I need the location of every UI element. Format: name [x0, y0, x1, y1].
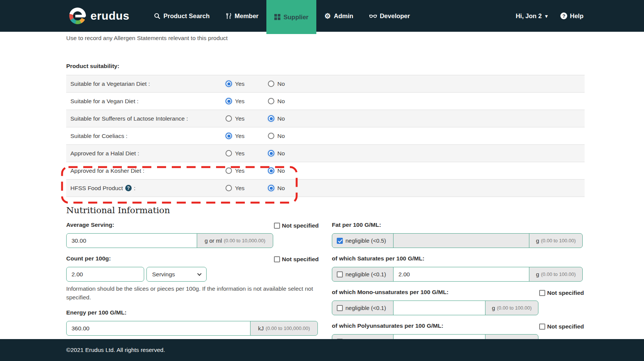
- mono-unsaturates-input[interactable]: [394, 301, 485, 315]
- hfss-help-icon[interactable]: ?: [125, 185, 132, 191]
- radio-no-label: No: [277, 115, 285, 122]
- row-label: Approved for a Halal Diet :: [70, 150, 226, 157]
- not-specified-checkbox[interactable]: [539, 290, 545, 296]
- radio-yes-label: Yes: [235, 115, 244, 122]
- count-per-100g-input[interactable]: [67, 267, 144, 281]
- radio-no-label: No: [277, 185, 285, 192]
- table-row-coeliacs: Suitable for Coeliacs : Yes No: [66, 127, 585, 145]
- nav-item-label: Developer: [380, 12, 410, 20]
- nav-item-developer[interactable]: Developer: [361, 0, 418, 32]
- nav-item-label: Product Search: [163, 12, 210, 20]
- product-suitability-table: Suitable for a Vegetarian Diet : Yes No …: [66, 75, 585, 197]
- radio-yes-label: Yes: [235, 185, 244, 192]
- radio-yes-label: Yes: [235, 167, 244, 174]
- not-specified-checkbox[interactable]: [274, 223, 280, 229]
- radio-yes[interactable]: [226, 98, 232, 104]
- radio-no[interactable]: [268, 185, 274, 191]
- radio-no-label: No: [277, 98, 285, 105]
- search-icon: [154, 13, 160, 19]
- mono-negligible-addon: negligible (<0.1): [332, 301, 394, 315]
- gear-icon: ⚙: [324, 12, 331, 20]
- count-unit-selected-value: Servings: [152, 271, 175, 278]
- row-label: Suitable for Coeliacs :: [70, 133, 226, 139]
- count-per-100g-group: [66, 267, 144, 282]
- table-row-lactose: Suitable for Sufferers of Lactose Intole…: [66, 110, 585, 127]
- table-row-hfss: HFSS Food Product ? : Yes No: [66, 180, 585, 197]
- brand-logo[interactable]: erudus: [69, 0, 129, 32]
- radio-yes-label: Yes: [235, 98, 244, 105]
- nav-item-member[interactable]: Member: [218, 0, 266, 32]
- count-help-text: Information should be the slices or piec…: [66, 284, 320, 302]
- not-specified-checkbox[interactable]: [539, 324, 545, 330]
- utensils-icon: [226, 13, 232, 19]
- saturates-label: of which Saturates per 100 G/ML:: [332, 255, 425, 262]
- energy-unit-addon: kJ (0.00 to 100,000.00): [250, 321, 318, 336]
- saturates-negligible-addon: negligible (<0.1): [332, 267, 394, 282]
- nav-item-product-search[interactable]: Product Search: [146, 0, 218, 32]
- radio-no-label: No: [277, 150, 285, 157]
- poly-unsaturates-label: of which Polyunsaturates per 100 G/ML:: [332, 322, 443, 329]
- radio-no[interactable]: [268, 150, 274, 156]
- erudus-logo-icon: [69, 8, 86, 24]
- poly-not-specified: Not specified: [539, 323, 584, 330]
- radio-yes[interactable]: [226, 133, 232, 139]
- navbar: erudus Product Search Member Supplier: [0, 0, 644, 32]
- nav-item-supplier[interactable]: Supplier: [266, 0, 316, 34]
- help-icon: ?: [560, 12, 567, 19]
- nav-right: Hi, Jon 2 ▾ ? Help: [516, 0, 583, 32]
- fat-negligible-addon: negligible (<0.5): [332, 233, 394, 248]
- radio-yes[interactable]: [226, 167, 232, 174]
- allergen-statement-hint: Use to record any Allergen Statements re…: [66, 35, 227, 42]
- row-label: Suitable for Sufferers of Lactose Intole…: [70, 115, 226, 122]
- chevron-down-icon: ▾: [545, 13, 548, 19]
- negligible-checkbox[interactable]: [337, 271, 343, 277]
- negligible-checkbox[interactable]: [337, 238, 343, 244]
- energy-group: kJ (0.00 to 100,000.00): [66, 321, 318, 336]
- nav-item-label: Admin: [334, 12, 353, 20]
- table-row-kosher: Approved for a Kosher Diet : Yes No: [66, 162, 585, 180]
- glasses-icon: [369, 14, 377, 18]
- energy-input[interactable]: [67, 321, 250, 335]
- radio-no[interactable]: [268, 167, 274, 174]
- radio-no[interactable]: [268, 133, 274, 139]
- nav-item-admin[interactable]: ⚙ Admin: [316, 0, 361, 32]
- radio-no[interactable]: [268, 115, 274, 122]
- mono-not-specified: Not specified: [539, 290, 584, 296]
- table-row-vegan: Suitable for a Vegan Diet : Yes No: [66, 93, 585, 110]
- not-specified-label: Not specified: [547, 290, 584, 296]
- help-label: Help: [570, 12, 583, 20]
- radio-yes[interactable]: [226, 115, 232, 122]
- saturates-group: negligible (<0.1) g (0.00 to 100.00): [332, 267, 583, 282]
- row-label: Suitable for a Vegetarian Diet :: [70, 81, 226, 87]
- copyright-text: ©2021 Erudus Ltd. All rights reserved.: [66, 347, 165, 353]
- radio-yes-label: Yes: [235, 150, 244, 157]
- saturates-unit-addon: g (0.00 to 100.00): [529, 267, 583, 282]
- row-label: HFSS Food Product ? :: [70, 185, 226, 192]
- chevron-down-icon: [197, 271, 201, 276]
- fat-unit-addon: g (0.00 to 100.00): [529, 233, 583, 248]
- not-specified-checkbox[interactable]: [274, 256, 280, 262]
- user-menu-label: Hi, Jon 2: [516, 12, 542, 20]
- radio-no-label: No: [277, 81, 285, 87]
- radio-yes[interactable]: [226, 81, 232, 87]
- radio-yes[interactable]: [226, 185, 232, 191]
- mono-unsaturates-group: negligible (<0.1) g (0.00 to 100.00): [332, 301, 538, 315]
- nav-item-label: Member: [235, 12, 258, 20]
- saturates-input[interactable]: [394, 267, 529, 281]
- count-unit-select[interactable]: Servings: [146, 267, 207, 282]
- fat-label: Fat per 100 G/ML:: [332, 222, 381, 228]
- radio-no[interactable]: [268, 81, 274, 87]
- user-menu[interactable]: Hi, Jon 2 ▾: [516, 12, 548, 20]
- radio-yes[interactable]: [226, 150, 232, 156]
- help-link[interactable]: ? Help: [560, 12, 583, 20]
- fat-input[interactable]: [394, 234, 529, 248]
- page: erudus Product Search Member Supplier: [0, 0, 644, 361]
- not-specified-label: Not specified: [282, 222, 319, 229]
- average-serving-input[interactable]: [67, 234, 197, 248]
- radio-no-label: No: [277, 167, 285, 174]
- table-row-halal: Approved for a Halal Diet : Yes No: [66, 145, 585, 162]
- radio-no[interactable]: [268, 98, 274, 104]
- radio-yes-label: Yes: [235, 81, 244, 87]
- energy-label: Energy per 100 G/ML:: [66, 309, 126, 316]
- negligible-checkbox[interactable]: [337, 305, 343, 311]
